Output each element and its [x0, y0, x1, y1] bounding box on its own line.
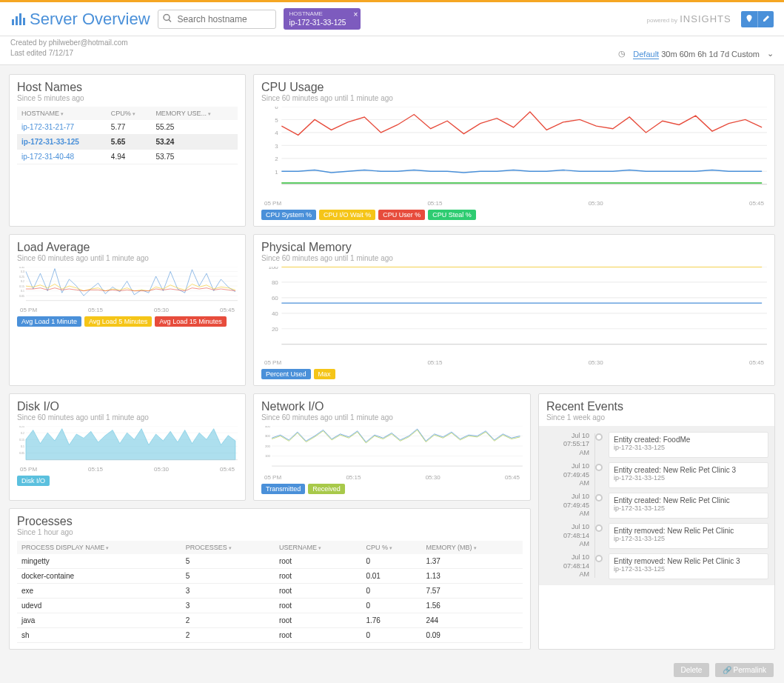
event-item[interactable]: Jul 1007:49:45AM Entity created: New Rel… — [545, 462, 768, 488]
table-row[interactable]: udevd3 root0 1.56 — [17, 598, 523, 613]
table-row[interactable]: java2 root1.76 244 — [17, 613, 523, 627]
host-link[interactable]: ip-172-31-33-125 — [17, 135, 107, 150]
legend-item[interactable]: CPU User % — [378, 210, 425, 220]
time-option-60m[interactable]: 60m — [680, 50, 695, 59]
time-option-6h[interactable]: 6h — [697, 50, 706, 59]
event-dot-icon — [595, 494, 603, 502]
table-row[interactable]: mingetty5 root0 1.37 — [17, 554, 523, 569]
event-item[interactable]: Jul 1007:55:17AM Entity created: FoodMei… — [545, 432, 768, 458]
svg-text:0.05: 0.05 — [19, 452, 24, 455]
chart-plot: 123456 — [261, 107, 767, 199]
table-row[interactable]: ip-172-31-40-48 4.94 53.75 — [17, 150, 238, 164]
legend-item[interactable]: Avg Load 15 Minutes — [155, 316, 226, 327]
svg-text:0.15: 0.15 — [19, 284, 24, 287]
column-header[interactable]: CPU%▾ — [107, 107, 152, 120]
card-subtitle: Since 1 hour ago — [17, 528, 523, 536]
brand-name: INSIGHTS — [680, 13, 731, 24]
svg-text:0.15: 0.15 — [19, 439, 24, 442]
svg-text:6: 6 — [275, 107, 278, 110]
svg-rect-1 — [16, 16, 18, 25]
event-dot-icon — [595, 555, 603, 562]
svg-text:60: 60 — [272, 295, 278, 301]
load-average-card: Load Average Since 60 minutes ago until … — [9, 234, 246, 386]
svg-text:40: 40 — [272, 310, 278, 317]
table-row[interactable]: docker-containe5 root0.01 1.13 — [17, 568, 523, 583]
svg-rect-3 — [23, 18, 25, 25]
filter-chip[interactable]: HOSTNAME ip-172-31-33-125 × — [284, 8, 361, 30]
time-option-custom[interactable]: Custom — [731, 50, 760, 59]
legend-item[interactable]: Percent Used — [261, 369, 311, 379]
table-row[interactable]: sh2 root0 0.09 — [17, 627, 523, 642]
svg-text:0.25: 0.25 — [19, 426, 24, 427]
card-title: Disk I/O — [17, 400, 238, 413]
svg-text:100: 100 — [265, 454, 271, 458]
host-names-table: HOSTNAME▾CPU%▾MEMORY USE...▾ ip-172-31-2… — [17, 107, 238, 164]
column-header[interactable]: CPU %▾ — [361, 541, 421, 554]
legend-item[interactable]: Disk I/O — [17, 476, 50, 486]
legend-item[interactable]: Avg Load 1 Minute — [17, 316, 81, 327]
card-subtitle: Since 60 minutes ago until 1 minute ago — [17, 254, 238, 262]
table-row[interactable]: ip-172-31-33-125 5.65 53.24 — [17, 135, 238, 150]
chart-plot: 20406080100 — [261, 267, 767, 359]
chart-legend: Avg Load 1 MinuteAvg Load 5 MinutesAvg L… — [17, 316, 238, 327]
time-option-30m[interactable]: 30m — [661, 50, 677, 59]
svg-text:2: 2 — [275, 156, 278, 163]
svg-text:5: 5 — [275, 117, 278, 124]
column-header[interactable]: PROCESSES▾ — [181, 541, 275, 554]
host-link[interactable]: ip-172-31-21-77 — [17, 120, 107, 135]
chip-label: HOSTNAME — [289, 10, 346, 18]
event-dot-icon — [595, 524, 603, 532]
svg-text:0.2: 0.2 — [21, 280, 24, 283]
svg-text:20: 20 — [272, 326, 278, 333]
event-item[interactable]: Jul 1007:49:45AM Entity created: New Rel… — [545, 493, 768, 519]
column-header[interactable]: MEMORY (MB)▾ — [421, 541, 523, 554]
search-input[interactable] — [158, 10, 276, 29]
table-row[interactable]: exe3 root0 7.57 — [17, 583, 523, 598]
chevron-down-icon: ⌄ — [767, 49, 774, 59]
time-option-default[interactable]: Default — [633, 50, 659, 59]
card-title: Network I/O — [261, 400, 523, 413]
svg-text:100: 100 — [269, 267, 279, 270]
close-icon[interactable]: × — [353, 10, 358, 19]
legend-item[interactable]: Transmitted — [261, 484, 305, 494]
card-title: Processes — [17, 515, 523, 528]
card-subtitle: Since 60 minutes ago until 1 minute ago — [261, 254, 767, 262]
chip-value: ip-172-31-33-125 — [289, 19, 346, 27]
time-option-1d[interactable]: 1d — [708, 50, 717, 59]
clock-icon: ◷ — [618, 49, 626, 59]
svg-text:0.35: 0.35 — [19, 267, 24, 268]
svg-text:1: 1 — [275, 169, 278, 176]
chart-legend: Disk I/O — [17, 476, 238, 486]
svg-line-5 — [169, 19, 171, 21]
page-title: Server Overview — [10, 10, 150, 29]
cpu-usage-card: CPU Usage Since 60 minutes ago until 1 m… — [253, 74, 775, 226]
column-header[interactable]: PROCESS DISPLAY NAME▾ — [17, 541, 181, 554]
legend-item[interactable]: Received — [308, 484, 345, 494]
permalink-button[interactable]: 🔗 Permalink — [715, 663, 774, 677]
card-title: Load Average — [17, 241, 238, 254]
legend-item[interactable]: CPU I/O Wait % — [319, 210, 375, 220]
svg-text:0.25: 0.25 — [19, 275, 24, 278]
chart-legend: CPU System %CPU I/O Wait %CPU User %CPU … — [261, 210, 767, 220]
event-item[interactable]: Jul 1007:48:14AM Entity removed: New Rel… — [545, 523, 768, 549]
event-item[interactable]: Jul 1007:48:14AM Entity removed: New Rel… — [545, 553, 768, 579]
time-option-7d[interactable]: 7d — [720, 50, 729, 59]
location-button[interactable] — [741, 11, 757, 27]
table-row[interactable]: ip-172-31-21-77 5.77 55.25 — [17, 120, 238, 135]
svg-text:0.05: 0.05 — [19, 294, 24, 297]
edit-button[interactable] — [757, 11, 774, 27]
card-title: Physical Memory — [261, 241, 767, 254]
host-link[interactable]: ip-172-31-40-48 — [17, 150, 107, 164]
svg-text:0.2: 0.2 — [21, 431, 24, 434]
legend-item[interactable]: CPU System % — [261, 210, 316, 220]
column-header[interactable]: USERNAME▾ — [275, 541, 362, 554]
card-title: CPU Usage — [261, 81, 767, 94]
chart-legend: TransmittedReceived — [261, 484, 523, 494]
legend-item[interactable]: Avg Load 5 Minutes — [84, 316, 152, 327]
delete-button[interactable]: Delete — [674, 663, 710, 677]
legend-item[interactable]: CPU Steal % — [428, 210, 476, 220]
column-header[interactable]: HOSTNAME▾ — [17, 107, 107, 120]
legend-item[interactable]: Max — [314, 369, 335, 379]
column-header[interactable]: MEMORY USE...▾ — [151, 107, 238, 120]
svg-text:0.3: 0.3 — [21, 270, 24, 273]
